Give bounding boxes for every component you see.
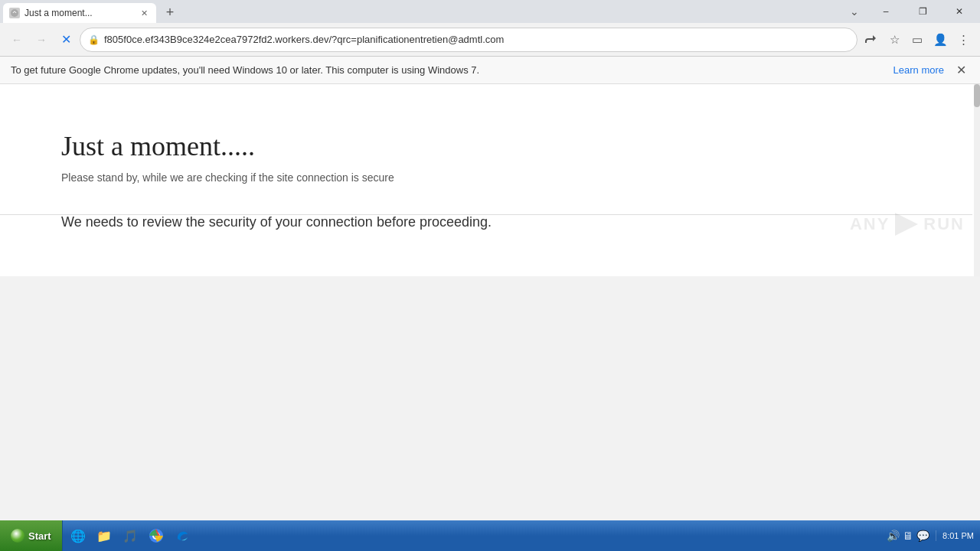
- info-bar-message: To get future Google Chrome updates, you…: [11, 64, 893, 76]
- back-button[interactable]: ←: [6, 29, 28, 51]
- explorer-icon: 📁: [96, 528, 112, 543]
- restore-button[interactable]: ❐: [905, 0, 940, 23]
- page-separator: [0, 214, 972, 215]
- svg-point-0: [11, 9, 18, 17]
- info-bar: To get future Google Chrome updates, you…: [0, 57, 980, 84]
- url-input[interactable]: [104, 34, 849, 45]
- tab-close-button[interactable]: ✕: [138, 7, 150, 19]
- menu-button[interactable]: ⋮: [952, 29, 974, 51]
- page-heading: Just a moment.....: [61, 130, 919, 162]
- title-bar: Just a moment... ✕ + ⌄ – ❐ ✕: [0, 0, 980, 23]
- start-label: Start: [28, 530, 51, 542]
- action-icon[interactable]: 💬: [916, 530, 929, 542]
- media-icon: 🎵: [122, 528, 138, 543]
- address-bar[interactable]: 🔒: [80, 28, 858, 52]
- info-bar-close-button[interactable]: ✕: [953, 61, 969, 79]
- browser-content: Just a moment..... Please stand by, whil…: [0, 84, 980, 276]
- page-content: Just a moment..... Please stand by, whil…: [0, 84, 980, 276]
- active-tab[interactable]: Just a moment... ✕: [3, 3, 156, 23]
- bookmark-button[interactable]: ☆: [884, 29, 905, 51]
- tab-strip: Just a moment... ✕ +: [3, 0, 844, 23]
- security-icon: 🔒: [88, 34, 100, 45]
- window-controls: – ❐ ✕: [868, 0, 977, 23]
- browser-toolbar: ← → ✕ 🔒 ☆ ▭ 👤 ⋮: [0, 23, 980, 57]
- scrollbar-thumb[interactable]: [974, 84, 980, 107]
- network-icon[interactable]: 🖥: [903, 530, 913, 542]
- clock-time: 8:01 PM: [942, 530, 974, 541]
- profile-button[interactable]: 👤: [929, 29, 951, 51]
- volume-icon[interactable]: 🔊: [887, 530, 900, 542]
- tab-title: Just a moment...: [24, 8, 133, 18]
- start-button[interactable]: Start: [0, 520, 63, 551]
- scroll-down-icon[interactable]: ⌄: [844, 1, 865, 22]
- taskbar-apps: 🌐 📁 🎵: [63, 520, 198, 551]
- close-button[interactable]: ✕: [942, 0, 977, 23]
- system-clock[interactable]: 8:01 PM: [936, 530, 974, 541]
- extension-button[interactable]: ▭: [906, 29, 928, 51]
- security-message: We needs to review the security of your …: [61, 214, 919, 230]
- taskbar-app-edge[interactable]: [170, 523, 194, 548]
- system-tray-icons: 🔊 🖥 💬: [887, 530, 929, 542]
- watermark-text-run: RUN: [923, 214, 965, 234]
- chrome-icon: [149, 528, 164, 543]
- forward-button[interactable]: →: [31, 29, 52, 51]
- share-button[interactable]: [861, 29, 882, 51]
- minimize-button[interactable]: –: [868, 0, 903, 23]
- taskbar-app-ie[interactable]: 🌐: [66, 523, 90, 548]
- scrollbar[interactable]: [974, 84, 980, 276]
- watermark-text-any: ANY: [850, 214, 890, 234]
- reload-stop-button[interactable]: ✕: [55, 29, 77, 51]
- new-tab-button[interactable]: +: [159, 2, 181, 23]
- learn-more-link[interactable]: Learn more: [893, 64, 944, 76]
- toolbar-actions: ☆ ▭ 👤 ⋮: [861, 29, 974, 51]
- start-orb-icon: [11, 529, 24, 543]
- watermark: ANY RUN: [850, 210, 965, 238]
- ie-icon: 🌐: [70, 528, 86, 543]
- edge-icon: [175, 528, 190, 543]
- taskbar-app-media[interactable]: 🎵: [118, 523, 142, 548]
- svg-marker-1: [895, 213, 918, 236]
- tab-favicon: [9, 8, 20, 18]
- taskbar: Start 🌐 📁 🎵: [0, 520, 980, 551]
- taskbar-app-chrome[interactable]: [144, 523, 168, 548]
- taskbar-app-explorer[interactable]: 📁: [92, 523, 116, 548]
- taskbar-right: 🔊 🖥 💬 8:01 PM: [880, 520, 980, 551]
- page-subtext: Please stand by, while we are checking i…: [61, 171, 919, 184]
